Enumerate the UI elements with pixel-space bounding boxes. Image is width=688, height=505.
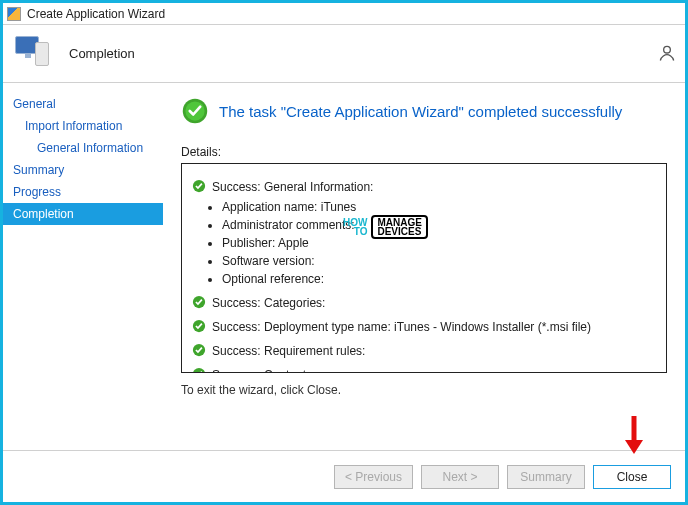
nav-general-information[interactable]: General Information [3, 137, 163, 159]
detail-row: Success: General Information: [192, 178, 656, 196]
details-box[interactable]: Success: General Information: Applicatio… [181, 163, 667, 373]
next-button: Next > [421, 465, 499, 489]
nav-summary[interactable]: Summary [3, 159, 163, 181]
check-icon [192, 295, 206, 309]
wizard-nav: General Import Information General Infor… [3, 83, 163, 450]
detail-subitem: Application name: iTunes [222, 198, 656, 216]
exit-hint: To exit the wizard, click Close. [181, 383, 667, 397]
nav-progress[interactable]: Progress [3, 181, 163, 203]
detail-text: Success: Content: [212, 366, 309, 373]
detail-text: Success: Deployment type name: iTunes - … [212, 318, 591, 336]
detail-subitem: Administrator comments: [222, 216, 656, 234]
check-icon [192, 179, 206, 193]
wizard-content: The task "Create Application Wizard" com… [163, 83, 685, 450]
detail-row: Success: Categories: [192, 294, 656, 312]
detail-text: Success: General Information: [212, 178, 373, 196]
success-check-icon [181, 97, 209, 125]
app-icon [7, 7, 21, 21]
details-label: Details: [181, 145, 667, 159]
wizard-window: Create Application Wizard Completion Gen… [0, 0, 688, 505]
detail-row: Success: Requirement rules: [192, 342, 656, 360]
detail-subitem: Optional reference: [222, 270, 656, 288]
red-arrow-annotation [623, 414, 645, 454]
detail-text: Success: Categories: [212, 294, 325, 312]
nav-general[interactable]: General [3, 93, 163, 115]
svg-point-7 [193, 368, 205, 373]
nav-completion[interactable]: Completion [3, 203, 163, 225]
detail-text: Success: Requirement rules: [212, 342, 365, 360]
user-icon [657, 43, 677, 63]
check-icon [192, 319, 206, 333]
window-title: Create Application Wizard [27, 7, 165, 21]
computer-icon [15, 34, 55, 74]
completion-headline: The task "Create Application Wizard" com… [219, 103, 622, 120]
titlebar: Create Application Wizard [3, 3, 685, 25]
check-icon [192, 343, 206, 357]
step-title: Completion [69, 46, 135, 61]
check-icon [192, 367, 206, 373]
svg-point-0 [664, 46, 671, 53]
nav-import-information[interactable]: Import Information [3, 115, 163, 137]
summary-button: Summary [507, 465, 585, 489]
svg-marker-9 [625, 440, 643, 454]
wizard-footer: < Previous Next > Summary Close [3, 450, 685, 502]
wizard-header: Completion [3, 25, 685, 83]
detail-sublist: Application name: iTunes Administrator c… [222, 198, 656, 288]
detail-row: Success: Deployment type name: iTunes - … [192, 318, 656, 336]
previous-button: < Previous [334, 465, 413, 489]
detail-subitem: Publisher: Apple [222, 234, 656, 252]
close-button[interactable]: Close [593, 465, 671, 489]
detail-subitem: Software version: [222, 252, 656, 270]
detail-row: Success: Content: [192, 366, 656, 373]
